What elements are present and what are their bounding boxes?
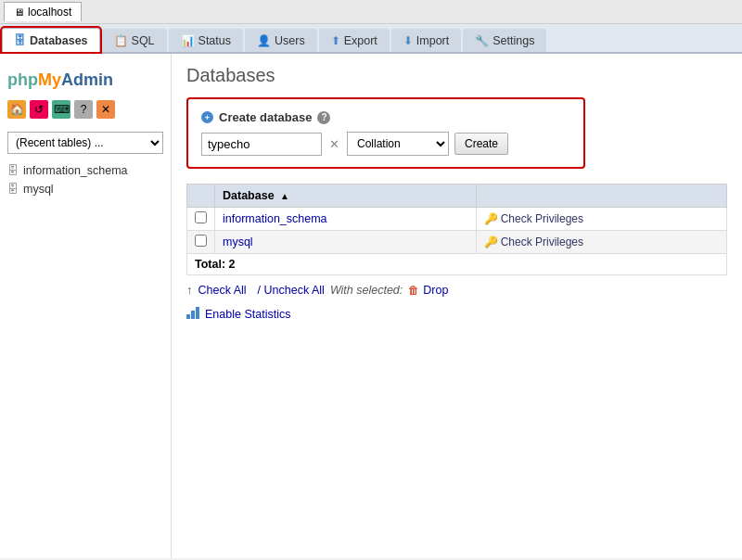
status-tab-label: Status xyxy=(198,34,231,47)
logo-php: php xyxy=(7,70,38,89)
tab-export[interactable]: ⬆ Export xyxy=(319,29,390,52)
reload-icon[interactable]: ↺ xyxy=(30,100,48,119)
actions-col-header xyxy=(476,185,726,208)
db-actions-cell-1: 🔑 Check Privileges xyxy=(476,208,726,231)
drop-icon: 🗑 xyxy=(408,284,419,297)
db-icon-information-schema: 🗄 xyxy=(7,164,19,177)
localhost-tab[interactable]: 🖥 localhost xyxy=(4,2,82,21)
logo-admin: Admin xyxy=(61,70,113,89)
with-selected-label: With selected: xyxy=(330,284,403,297)
recent-tables-wrap: (Recent tables) ... xyxy=(0,128,171,161)
tab-sql[interactable]: 📋 SQL xyxy=(102,29,167,52)
total-cell: Total: 2 xyxy=(187,254,727,275)
tab-settings[interactable]: 🔧 Settings xyxy=(463,29,546,52)
monitor-icon: 🖥 xyxy=(14,6,24,18)
sidebar: phpMyAdmin 🏠 ↺ ⌨ ? ✕ (Recent tables) ...… xyxy=(0,54,172,558)
users-tab-label: Users xyxy=(275,34,305,47)
logo: phpMyAdmin xyxy=(0,61,171,100)
top-tab-bar: 🖥 localhost xyxy=(0,0,742,24)
check-privileges-link-2[interactable]: 🔑 Check Privileges xyxy=(484,235,719,248)
tab-status[interactable]: 📊 Status xyxy=(169,29,243,52)
import-tab-label: Import xyxy=(416,34,449,47)
collation-select[interactable]: Collation xyxy=(347,132,449,156)
check-all-link[interactable]: Check All xyxy=(198,284,247,297)
page-title: Databases xyxy=(186,65,727,86)
help-question-icon[interactable]: ? xyxy=(317,111,330,124)
up-arrow-icon: ↑ xyxy=(186,283,193,297)
help-icon[interactable]: ? xyxy=(74,100,93,119)
sort-arrow-icon: ▲ xyxy=(280,191,289,201)
key-icon-1: 🔑 xyxy=(484,212,498,225)
db-name-cell-1: information_schema xyxy=(215,208,477,231)
create-db-title: Create database xyxy=(219,110,312,124)
create-db-icon: + xyxy=(201,111,213,123)
db-icon-mysql: 🗄 xyxy=(7,183,19,196)
db-link-information-schema[interactable]: information_schema xyxy=(223,212,327,225)
sql-tab-label: SQL xyxy=(132,34,155,47)
export-tab-icon: ⬆ xyxy=(331,34,340,47)
exit-icon[interactable]: ✕ xyxy=(96,100,115,119)
main-content: Databases + Create database ? ✕ Collatio… xyxy=(172,54,742,558)
users-tab-icon: 👤 xyxy=(257,34,271,47)
check-privileges-link-1[interactable]: 🔑 Check Privileges xyxy=(484,212,719,225)
databases-tab-label: Databases xyxy=(30,34,88,47)
sidebar-icons: 🏠 ↺ ⌨ ? ✕ xyxy=(0,100,171,128)
logo-my: My xyxy=(38,70,61,89)
logo-text: phpMyAdmin xyxy=(7,67,113,90)
bottom-actions: ↑ Check All / Uncheck All With selected:… xyxy=(186,283,727,297)
key-icon-2: 🔑 xyxy=(484,235,498,248)
databases-tab-icon: 🗄 xyxy=(14,33,26,47)
tab-import[interactable]: ⬇ Import xyxy=(391,29,461,52)
recent-tables-select[interactable]: (Recent tables) ... xyxy=(7,132,163,154)
create-db-form: ✕ Collation Create xyxy=(201,132,570,156)
localhost-tab-label: localhost xyxy=(28,6,71,19)
status-tab-icon: 📊 xyxy=(181,34,195,47)
drop-link[interactable]: 🗑 Drop xyxy=(408,284,448,297)
main-layout: phpMyAdmin 🏠 ↺ ⌨ ? ✕ (Recent tables) ...… xyxy=(0,54,742,558)
enable-statistics-link[interactable]: Enable Statistics xyxy=(186,306,727,322)
database-col-header[interactable]: Database ▲ xyxy=(215,185,477,208)
tab-users[interactable]: 👤 Users xyxy=(245,29,317,52)
database-name-input[interactable] xyxy=(201,133,322,156)
db-actions-cell-2: 🔑 Check Privileges xyxy=(476,231,726,254)
db-link-mysql[interactable]: mysql xyxy=(223,235,253,248)
table-row: mysql 🔑 Check Privileges xyxy=(187,231,727,254)
settings-tab-icon: 🔧 xyxy=(475,34,489,47)
tab-databases[interactable]: 🗄 Databases xyxy=(2,28,100,52)
settings-tab-label: Settings xyxy=(493,34,534,47)
bar-chart-icon xyxy=(186,306,199,322)
create-button[interactable]: Create xyxy=(454,133,508,155)
table-row: information_schema 🔑 Check Privileges xyxy=(187,208,727,231)
select-all-header xyxy=(187,185,215,208)
home-icon[interactable]: 🏠 xyxy=(7,100,26,119)
sidebar-item-mysql[interactable]: 🗄 mysql xyxy=(0,180,171,198)
export-tab-label: Export xyxy=(344,34,377,47)
sidebar-item-information-schema[interactable]: 🗄 information_schema xyxy=(0,161,171,180)
import-tab-icon: ⬇ xyxy=(403,34,413,47)
total-row: Total: 2 xyxy=(187,254,727,275)
row-checkbox-1[interactable] xyxy=(187,208,215,231)
sql-tab-icon: 📋 xyxy=(114,34,128,47)
create-db-header: + Create database ? xyxy=(201,110,570,124)
db-name-cell-2: mysql xyxy=(215,231,477,254)
console-icon[interactable]: ⌨ xyxy=(52,100,70,119)
databases-table: Database ▲ information_schema 🔑 Chec xyxy=(186,184,727,275)
uncheck-all-link[interactable]: / Uncheck All xyxy=(258,284,325,297)
row-checkbox-2[interactable] xyxy=(187,231,215,254)
create-database-box: + Create database ? ✕ Collation Create xyxy=(186,97,585,169)
nav-tabs: 🗄 Databases 📋 SQL 📊 Status 👤 Users ⬆ Exp… xyxy=(0,24,742,54)
clear-input-button[interactable]: ✕ xyxy=(327,137,341,151)
